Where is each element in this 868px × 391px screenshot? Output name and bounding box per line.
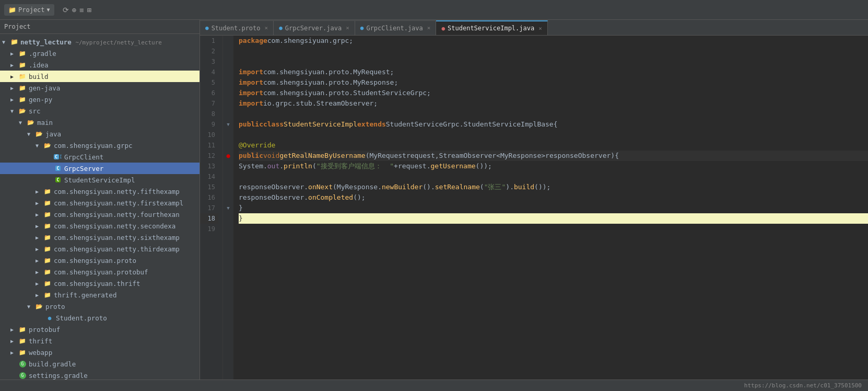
line-number-1: 1 [200,36,218,46]
tabs-bar: ●Student.proto×●GrpcServer.java×●GrpcCli… [200,20,868,36]
tree-icon-java-interface: CI [53,153,63,161]
sidebar-item-gen-py[interactable]: ▶📁gen-py [0,94,200,105]
sidebar-item-gradle[interactable]: ▶📁.gradle [0,48,200,59]
sidebar-item-thrift[interactable]: ▶📁thrift [0,335,200,347]
sidebar-item-build[interactable]: ▶📁build [0,71,200,82]
tab-student-proto[interactable]: ●Student.proto× [200,20,274,35]
tab-close-grpc-server[interactable]: × [346,25,349,31]
gutter-line-1 [223,36,233,46]
settings-icon[interactable]: ≡ [79,6,84,14]
line-number-5: 5 [200,77,218,88]
sidebar-item-netty_lecture[interactable]: ▼📁netty_lecture ~/myproject/netty_lectur… [0,36,200,48]
fold-icon[interactable]: ▼ [227,122,229,127]
sidebar-item-com-shengsiyuan-netty-thirdexamp[interactable]: ▶📁com.shengsiyuan.netty.thirdexamp [0,243,200,255]
sidebar-item-com-shengsiyuan-netty-fifthexamp[interactable]: ▶📁com.shengsiyuan.netty.fifthexamp [0,186,200,197]
tree-icon-folder: 📁 [43,279,52,288]
line-number-9: 9 [200,119,218,130]
sidebar-item-proto[interactable]: ▼📂proto [0,301,200,312]
tree-label-com-shengsiyuan-netty-fourthexan: com.shengsiyuan.netty.fourthexan [54,211,180,218]
project-folder-icon: 📁 [8,6,16,14]
tree-arrow-com-shengsiyuan-netty-thirdexamp: ▶ [36,246,43,252]
tree-label-com-shengsiyuan-protobuf: com.shengsiyuan.protobuf [54,268,148,276]
gutter-line-17: ▼ [223,203,233,213]
sidebar-tree[interactable]: ▼📁netty_lecture ~/myproject/netty_lectur… [0,34,200,380]
sidebar-item-java[interactable]: ▼📂java [0,128,200,140]
tree-icon-folder: 📂 [26,118,36,126]
sidebar-item-src[interactable]: ▼📂src [0,105,200,117]
tree-arrow-main: ▼ [19,120,26,125]
sidebar-item-gen-java[interactable]: ▶📁gen-java [0,82,200,94]
top-bar: 📁 Project ▼ ⟳ ⊕ ≡ ⊞ [0,0,868,20]
tree-label-src: src [29,107,41,115]
gutter-line-5 [223,77,233,88]
tree-icon-folder: 📁 [43,268,52,276]
code-line-12: public void getRealNameByUsername(MyRequ… [239,151,868,161]
sidebar-item-GrpcClient[interactable]: CIGrpcClient [0,151,200,163]
sidebar-item-com-shengsiyuan-netty-fourthexan[interactable]: ▶📁com.shengsiyuan.netty.fourthexan [0,209,200,220]
add-icon[interactable]: ⊕ [72,6,76,14]
tree-icon-folder: 📂 [43,141,52,150]
layout-icon[interactable]: ⊞ [87,6,91,14]
sidebar-item-com-shengsiyuan-grpc[interactable]: ▼📂com.shengsiyuan.grpc [0,140,200,151]
sidebar-item-protobuf[interactable]: ▶📁protobuf [0,324,200,335]
line-number-11: 11 [200,140,218,151]
sidebar-item-Student-proto[interactable]: ●Student.proto [0,312,200,324]
tree-label-build: build [29,73,49,80]
line-number-8: 8 [200,109,218,119]
sidebar-item-com-shengsiyuan-netty-firstexampl[interactable]: ▶📁com.shengsiyuan.netty.firstexampl [0,197,200,209]
tree-label-proto: proto [45,303,65,310]
sidebar-item-main[interactable]: ▼📂main [0,117,200,128]
tab-label-grpc-client: GrpcClient.java [366,25,423,32]
bottom-bar: https://blog.csdn.net/c01_37501500 [0,380,868,391]
code-line-10 [239,130,868,140]
sidebar-item-thrift-generated[interactable]: ▶📁thrift.generated [0,289,200,301]
tab-grpc-server[interactable]: ●GrpcServer.java× [274,20,355,35]
project-name: Project [18,6,45,14]
breakpoint-icon[interactable]: ● [226,152,230,159]
sidebar-item-StudentServiceImpl[interactable]: CStudentServiceImpl [0,174,200,186]
sidebar-item-com-shengsiyuan-thrift[interactable]: ▶📁com.shengsiyuan.thrift [0,278,200,289]
tree-arrow-src: ▼ [10,108,18,114]
fold-icon[interactable]: ▼ [227,205,229,211]
code-editor[interactable]: 12345678910111213141516171819 ▼●▼ packag… [200,36,868,380]
sync-icon[interactable]: ⟳ [63,6,69,14]
tree-label-Student-proto: Student.proto [56,314,107,322]
sidebar-item-GrpcServer[interactable]: CGrpcServer [0,163,200,174]
code-line-16: responseObserver.onCompleted(); [239,192,868,203]
gutter-line-6 [223,88,233,98]
gutter-line-9: ▼ [223,119,233,130]
sidebar-item-webapp[interactable]: ▶📁webapp [0,347,200,358]
tree-label-webapp: webapp [29,349,52,356]
sidebar-item-com-shengsiyuan-netty-secondexa[interactable]: ▶📁com.shengsiyuan.netty.secondexa [0,220,200,232]
code-line-9: public class StudentServiceImpl extends … [239,119,868,130]
tab-student-service-impl[interactable]: ●StudentServiceImpl.java× [436,20,547,35]
sidebar-item-build-gradle[interactable]: Gbuild.gradle [0,358,200,370]
project-selector[interactable]: 📁 Project ▼ [4,4,54,16]
tree-arrow-gen-py: ▶ [10,97,18,102]
line-number-16: 16 [200,192,218,203]
code-line-8 [239,109,868,119]
code-line-17: } [239,203,868,213]
code-line-1: package com.shengsiyuan.grpc; [239,36,868,46]
code-line-15: responseObserver.onNext(MyResponse.newBu… [239,182,868,192]
tab-close-student-service-impl[interactable]: × [538,25,542,32]
line-numbers: 12345678910111213141516171819 [200,36,223,380]
tree-label-thrift-generated: thrift.generated [54,291,116,299]
tree-icon-folder: 📁 [43,199,52,207]
sidebar-item-com-shengsiyuan-netty-sixthexamp[interactable]: ▶📁com.shengsiyuan.netty.sixthexamp [0,232,200,243]
sidebar-item-com-shengsiyuan-proto[interactable]: ▶📁com.shengsiyuan.proto [0,255,200,266]
sidebar-item-idea[interactable]: ▶📁.idea [0,59,200,71]
tree-icon-folder: 📁 [43,245,52,253]
tab-close-grpc-client[interactable]: × [427,25,431,31]
code-line-6: import com.shengsiyuan.proto.StudentServ… [239,88,868,98]
tab-close-student-proto[interactable]: × [265,25,268,31]
tree-arrow-com-shengsiyuan-netty-firstexampl: ▶ [36,200,43,206]
tree-icon-folder: 📁 [18,49,27,58]
sidebar-item-com-shengsiyuan-protobuf[interactable]: ▶📁com.shengsiyuan.protobuf [0,266,200,278]
tab-grpc-client[interactable]: ●GrpcClient.java× [355,20,437,35]
tree-label-com-shengsiyuan-netty-thirdexamp: com.shengsiyuan.netty.thirdexamp [54,245,180,253]
tree-icon-java: C [53,176,63,184]
sidebar-item-settings-gradle[interactable]: Gsettings.gradle [0,370,200,380]
line-number-17: 17 [200,203,218,213]
code-line-4: import com.shengsiyuan.proto.MyRequest; [239,67,868,77]
